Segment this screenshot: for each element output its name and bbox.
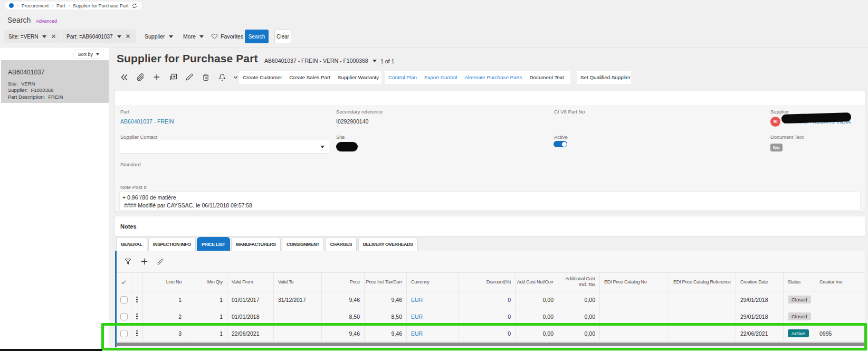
cell-discount: 0 xyxy=(459,325,516,341)
remove-filter-icon[interactable]: ✕ xyxy=(51,33,56,40)
breadcrumb-item-current[interactable]: Supplier for Purchase Part xyxy=(73,3,129,8)
note-post-it-value[interactable]: + 0,96 \'80 de matière #### Modifié par … xyxy=(119,191,861,211)
cell-edi-no xyxy=(600,291,669,308)
tab-charges[interactable]: CHARGES xyxy=(326,237,357,251)
filter-chip-site[interactable]: Site: =VERN ✕ xyxy=(4,30,61,43)
refresh-icon[interactable] xyxy=(132,3,137,8)
col-header-creator-line[interactable]: Creator line xyxy=(815,273,865,291)
duplicate-icon[interactable] xyxy=(169,73,177,81)
record-pager: 1 of 1 xyxy=(380,58,394,64)
attachment-icon[interactable] xyxy=(136,73,145,81)
more-menu[interactable]: More xyxy=(183,30,204,43)
filter-icon[interactable] xyxy=(124,258,131,265)
row-checkbox[interactable] xyxy=(117,308,131,325)
record-list-item-selected[interactable]: AB60401037 Site:VERN Supplier:F1000368 P… xyxy=(1,60,109,103)
create-customer-button[interactable]: Create Customer xyxy=(239,71,286,84)
col-header-valid-from[interactable]: Valid From xyxy=(227,273,274,291)
notifications-icon[interactable] xyxy=(218,73,226,81)
tab-inspection-info[interactable]: INSPECTION INFO xyxy=(148,237,196,251)
sort-by-button[interactable]: Sort by xyxy=(73,50,103,58)
favorites-button[interactable]: Favorites xyxy=(211,30,243,43)
row-menu-icon[interactable] xyxy=(131,291,143,308)
search-button[interactable]: Search xyxy=(245,30,269,43)
col-header-status[interactable]: Status xyxy=(784,273,815,291)
active-toggle[interactable] xyxy=(554,141,567,147)
tab-delivery-overheads[interactable]: DELIVERY OVERHEADS xyxy=(358,237,418,251)
tab-price-list[interactable]: PRICE LIST xyxy=(197,237,230,251)
supplier-warranty-button[interactable]: Supplier Warranty xyxy=(334,71,383,84)
delete-icon[interactable] xyxy=(202,73,210,81)
col-header-min-qty[interactable]: Min Qty xyxy=(186,273,227,291)
horizontal-scrollbar[interactable] xyxy=(116,343,866,346)
chevron-down-icon xyxy=(320,146,325,148)
record-selector[interactable]: AB60401037 - FREIN - VERN - F1000368 xyxy=(264,58,377,64)
tab-general[interactable]: GENERAL xyxy=(116,237,147,251)
chevron-down-icon xyxy=(373,60,377,62)
filter-chip-part[interactable]: Part: =AB60401037 ✕ xyxy=(62,30,136,43)
col-header-price[interactable]: Price xyxy=(322,273,365,291)
chevron-down-icon[interactable] xyxy=(117,35,121,38)
cell-price: 9,46 xyxy=(322,291,365,308)
col-header-discount[interactable]: Discount(%) xyxy=(459,273,516,291)
supplier-contact-select[interactable] xyxy=(120,140,329,154)
notes-section-header[interactable]: Notes xyxy=(115,216,865,236)
col-header-add-cost[interactable]: Add Cost Net/Curr xyxy=(516,273,558,291)
edit-icon[interactable] xyxy=(185,73,194,81)
select-all-header[interactable] xyxy=(117,273,131,291)
cell-currency-link[interactable]: EUR xyxy=(411,314,423,320)
cf-v8-part-no-label: Cf V8 Part No xyxy=(554,109,585,115)
breadcrumb-item-procurement[interactable]: Procurement xyxy=(22,3,49,8)
table-row-2[interactable]: 2 1 01/01/2018 8,50 8,50 EUR 0 0,00 0,00… xyxy=(117,308,865,325)
supplier-menu[interactable]: Supplier xyxy=(145,30,173,43)
col-header-currency[interactable]: Currency xyxy=(407,273,459,291)
table-row-1[interactable]: 1 1 01/01/2017 31/12/2017 9,46 9,46 EUR … xyxy=(117,291,865,308)
col-header-line-no[interactable]: Line No xyxy=(143,273,186,291)
table-header-row: Line No Min Qty Valid From Valid To Pric… xyxy=(117,272,865,291)
record-selector-label: AB60401037 - FREIN - VERN - F1000368 xyxy=(264,58,368,64)
edit-row-icon[interactable] xyxy=(157,258,164,265)
chevron-down-icon[interactable] xyxy=(42,35,46,38)
clear-button[interactable]: Clear xyxy=(274,30,291,43)
cell-currency-link[interactable]: EUR xyxy=(411,330,423,337)
note-line: + 0,96 \'80 de matière xyxy=(122,194,860,202)
col-header-price-incl-tax[interactable]: Price Incl Tax/Curr xyxy=(365,273,407,291)
document-text-button[interactable]: Document Text xyxy=(526,71,567,84)
chevron-down-icon[interactable] xyxy=(231,73,240,81)
part-field-value[interactable]: AB60401037 - FREIN xyxy=(120,118,174,125)
set-qualified-supplier-button[interactable]: Set Qualified Supplier xyxy=(577,71,634,84)
app-window: › Procurement › Part › Supplier for Purc… xyxy=(0,0,868,351)
cell-currency-link[interactable]: EUR xyxy=(411,297,423,303)
tab-manufacturers[interactable]: MANUFACTURERS xyxy=(231,237,281,251)
detail-form-card: Part AB60401037 - FREIN Secondary refere… xyxy=(115,91,865,212)
create-sales-part-button[interactable]: Create Sales Part xyxy=(286,71,334,84)
control-plan-button[interactable]: Control Plan xyxy=(385,71,421,84)
table-row-3[interactable]: 3 1 22/06/2021 9,46 9,46 EUR 0 0,00 0,00… xyxy=(117,325,865,342)
col-header-valid-to[interactable]: Valid To xyxy=(274,273,322,291)
row-checkbox[interactable] xyxy=(117,325,131,341)
alternate-purchase-parts-button[interactable]: Alternate Purchase Parts xyxy=(461,71,526,84)
row-checkbox[interactable] xyxy=(117,291,131,308)
add-icon[interactable] xyxy=(152,73,161,81)
col-header-edi-ref[interactable]: EDI Price Catalog Reference xyxy=(669,273,736,291)
status-badge: Closed xyxy=(788,312,811,320)
tab-consignment[interactable]: CONSIGNMENT xyxy=(282,237,324,251)
add-row-icon[interactable] xyxy=(140,258,148,265)
app-dot-icon[interactable] xyxy=(9,3,14,8)
row-menu-icon[interactable] xyxy=(131,325,143,341)
col-header-edi-no[interactable]: EDI Price Catalog No xyxy=(600,273,669,291)
price-list-panel: Line No Min Qty Valid From Valid To Pric… xyxy=(115,251,865,347)
advanced-search-link[interactable]: Advanced xyxy=(36,18,57,24)
col-header-creation-date[interactable]: Creation Date xyxy=(736,273,784,291)
export-control-button[interactable]: Export Control xyxy=(421,71,461,84)
remove-filter-icon[interactable]: ✕ xyxy=(126,33,131,40)
cell-add-cost: 0,00 xyxy=(516,325,558,341)
document-text-badge[interactable]: No xyxy=(770,144,783,151)
cell-line-no: 1 xyxy=(143,291,186,308)
row-menu-icon[interactable] xyxy=(131,308,143,325)
cell-additional-cost: 0,00 xyxy=(558,325,600,341)
breadcrumb-item-part[interactable]: Part xyxy=(56,3,65,8)
cell-edi-no xyxy=(600,325,669,341)
col-header-additional-cost[interactable]: Additional Cost Incl. Tax xyxy=(558,273,600,291)
supplier-field-label: Supplier xyxy=(770,109,789,115)
collapse-left-icon[interactable] xyxy=(120,73,128,81)
